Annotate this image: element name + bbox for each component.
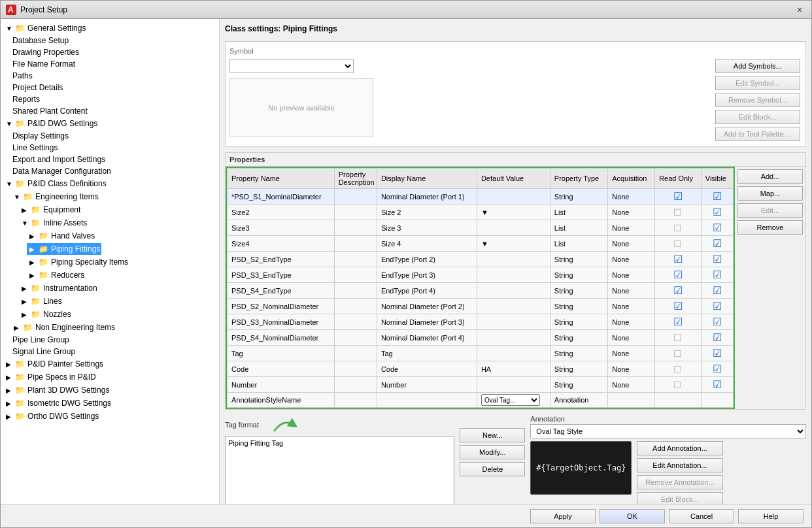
sidebar-item-display-settings[interactable]: Display Settings <box>1 130 219 142</box>
sidebar-item-paths[interactable]: Paths <box>1 70 219 82</box>
annotation-preview-text: #{TargetObject.Tag} <box>536 463 626 472</box>
edit-property-button[interactable]: Edit... <box>737 203 803 218</box>
sidebar-item-instrumentation[interactable]: ▶📁Instrumentation <box>1 282 219 295</box>
add-annotation-button[interactable]: Add Annotation... <box>637 441 722 455</box>
sidebar-item-piping-fittings[interactable]: ▶📁Piping Fittings <box>1 242 219 256</box>
sidebar-item-drawing-properties[interactable]: Drawing Properties <box>1 46 219 58</box>
table-row[interactable]: PSD_S4_NominalDiameter Nominal Diameter … <box>228 330 734 346</box>
col-visible: Visible <box>701 169 733 189</box>
table-row[interactable]: Size4 Size 4 ▼ List None ☐ ☑ <box>228 236 734 252</box>
sidebar-item-data-manager[interactable]: Data Manager Configuration <box>1 165 219 177</box>
sidebar-item-pid-class-definitions[interactable]: ▼📁P&ID Class Definitions <box>1 177 219 190</box>
table-row[interactable]: Number Number String None ☐ ☑ <box>228 377 734 393</box>
sidebar-item-pid-dwg-settings[interactable]: ▼📁P&ID DWG Settings <box>1 117 219 130</box>
add-palette-button[interactable]: Add to Tool Palette ... <box>715 127 800 141</box>
sidebar-item-equipment[interactable]: ▶📁Equipment <box>1 203 219 216</box>
sidebar-item-pipe-line-group[interactable]: Pipe Line Group <box>1 334 219 346</box>
annotation-preview: #{TargetObject.Tag} <box>530 441 632 495</box>
class-settings-header: Class settings: Piping Fittings <box>225 24 806 33</box>
sidebar-item-piping-specialty[interactable]: ▶📁Piping Specialty Items <box>1 256 219 269</box>
sidebar-item-general-settings[interactable]: ▼📁General Settings <box>1 22 219 35</box>
right-panel: Class settings: Piping Fittings Symbol N… <box>220 19 811 504</box>
map-property-button[interactable]: Map... <box>737 186 803 201</box>
properties-table: Property Name PropertyDescription Displa… <box>227 168 734 408</box>
col-read-only: Read Only <box>655 169 702 189</box>
sidebar-item-project-details[interactable]: Project Details <box>1 82 219 93</box>
delete-tag-button[interactable]: Delete <box>460 462 525 476</box>
symbol-select[interactable] <box>229 59 354 73</box>
table-row[interactable]: PSD_S3_EndType EndType (Port 3) String N… <box>228 267 734 283</box>
col-display-name: Display Name <box>377 169 477 189</box>
svg-text:A: A <box>8 5 14 14</box>
green-arrow-icon <box>271 415 297 435</box>
add-property-button[interactable]: Add... <box>737 169 803 184</box>
edit-annotation-button[interactable]: Edit Annotation... <box>637 458 722 472</box>
col-property-description: PropertyDescription <box>334 169 377 189</box>
remove-property-button[interactable]: Remove <box>737 220 803 235</box>
sidebar-item-non-engineering-items[interactable]: ▶📁Non Engineering Items <box>1 321 219 334</box>
help-button[interactable]: Help <box>738 509 804 523</box>
tag-format-label: Tag format <box>225 421 259 429</box>
sidebar-item-signal-line-group[interactable]: Signal Line Group <box>1 346 219 357</box>
col-property-name: Property Name <box>228 169 335 189</box>
edit-block-button[interactable]: Edit Block... <box>715 110 800 124</box>
annotation-label: Annotation <box>530 415 806 423</box>
sidebar-item-line-settings[interactable]: Line Settings <box>1 142 219 154</box>
app-icon: A <box>6 5 16 15</box>
table-row[interactable]: AnnotationStyleName Oval Tag... Annotati… <box>228 393 734 408</box>
modify-tag-button[interactable]: Modify... <box>460 445 525 459</box>
sidebar-item-hand-valves[interactable]: ▶📁Hand Valves <box>1 229 219 242</box>
col-default-value: Default Value <box>477 169 550 189</box>
annotation-style-select[interactable]: Oval Tag Style <box>530 424 806 438</box>
add-symbols-button[interactable]: Add Symbols... <box>715 59 800 73</box>
sidebar-tree: ▼📁General Settings Database Setup Drawin… <box>1 19 220 504</box>
tag-format-textarea[interactable]: Piping Fitting Tag <box>225 436 454 504</box>
remove-annotation-button[interactable]: Remove Annotation... <box>637 475 722 489</box>
title-bar: A Project Setup × <box>1 1 811 19</box>
window-title: Project Setup <box>20 5 793 14</box>
apply-button[interactable]: Apply <box>530 509 596 523</box>
table-row[interactable]: Size2 Size 2 ▼ List None ☐ ☑ <box>228 205 734 220</box>
annotation-box: Annotation Oval Tag Style #{TargetObject… <box>530 415 806 504</box>
bottom-bar: Apply OK Cancel Help <box>1 504 811 527</box>
table-row[interactable]: PSD_S4_EndType EndType (Port 4) String N… <box>228 283 734 299</box>
tag-format-box: Tag format Piping Fitting Tag <box>225 415 454 504</box>
project-setup-window: A Project Setup × ▼📁General Settings Dat… <box>0 0 812 528</box>
symbol-label: Symbol <box>226 44 805 56</box>
sidebar-item-ortho-dwg[interactable]: ▶📁Ortho DWG Settings <box>1 410 219 423</box>
new-tag-button[interactable]: New... <box>460 428 525 442</box>
table-row[interactable]: PSD_S3_NominalDiameter Nominal Diameter … <box>228 314 734 330</box>
sidebar-item-database-setup[interactable]: Database Setup <box>1 35 219 46</box>
table-row[interactable]: PSD_S2_EndType EndType (Port 2) String N… <box>228 252 734 267</box>
ok-button[interactable]: OK <box>600 509 665 523</box>
sidebar-item-pid-painter[interactable]: ▶📁P&ID Painter Settings <box>1 357 219 371</box>
tag-format-buttons: New... Modify... Delete <box>460 415 525 504</box>
sidebar-item-plant-3d[interactable]: ▶📁Plant 3D DWG Settings <box>1 384 219 397</box>
edit-symbol-button[interactable]: Edit Symbol... <box>715 76 800 90</box>
table-row[interactable]: Size3 Size 3 List None ☐ ☑ <box>228 220 734 236</box>
sidebar-item-shared-plant-content[interactable]: Shared Plant Content <box>1 105 219 117</box>
sidebar-item-pipe-specs[interactable]: ▶📁Pipe Specs in P&ID <box>1 371 219 384</box>
col-acquisition: Acquisition <box>608 169 655 189</box>
sidebar-item-isometric-dwg[interactable]: ▶📁Isometric DWG Settings <box>1 397 219 410</box>
properties-section: Properties Property Name PropertyDescrip… <box>225 152 806 410</box>
sidebar-item-nozzles[interactable]: ▶📁Nozzles <box>1 308 219 321</box>
edit-annotation-block-button[interactable]: Edit Block... <box>637 492 722 504</box>
table-row[interactable]: PSD_S2_NominalDiameter Nominal Diameter … <box>228 299 734 314</box>
sidebar-item-reports[interactable]: Reports <box>1 93 219 105</box>
col-property-type: Property Type <box>550 169 607 189</box>
table-row[interactable]: Code Code HA String None ☐ ☑ <box>228 361 734 377</box>
preview-text: No preview available <box>268 104 335 112</box>
properties-side-buttons: Add... Map... Edit... Remove <box>735 167 805 409</box>
sidebar-item-reducers[interactable]: ▶📁Reducers <box>1 269 219 282</box>
sidebar-item-export-import-settings[interactable]: Export and Import Settings <box>1 154 219 165</box>
close-button[interactable]: × <box>793 3 806 16</box>
sidebar-item-engineering-items[interactable]: ▼📁Engineering Items <box>1 190 219 203</box>
sidebar-item-inline-assets[interactable]: ▼📁Inline Assets <box>1 216 219 229</box>
table-row[interactable]: Tag Tag String None ☐ ☑ <box>228 346 734 361</box>
remove-symbol-button[interactable]: Remove Symbol... <box>715 93 800 107</box>
cancel-button[interactable]: Cancel <box>669 509 734 523</box>
sidebar-item-file-name-format[interactable]: File Name Format <box>1 58 219 70</box>
sidebar-item-lines[interactable]: ▶📁Lines <box>1 295 219 308</box>
table-row[interactable]: *PSD_S1_NominalDiameter Nominal Diameter… <box>228 189 734 205</box>
